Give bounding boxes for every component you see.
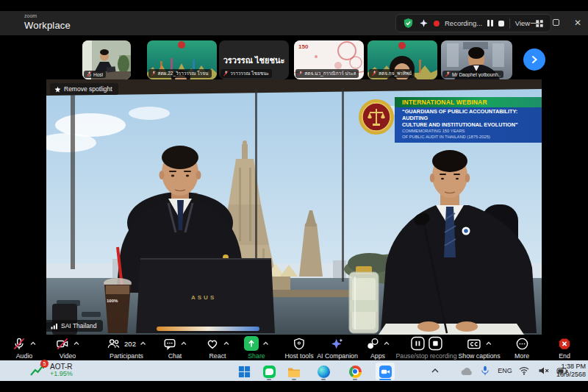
logo-zoom-text: zoom (24, 13, 71, 18)
muted-mic-icon (445, 71, 451, 77)
cup-label-text: 100% (107, 299, 118, 303)
onedrive-tray-button[interactable] (460, 360, 473, 381)
participants-button[interactable]: 202 Participants (107, 336, 146, 360)
react-button[interactable]: React (206, 336, 230, 360)
chevron-up-icon (431, 368, 440, 374)
chevron-up-icon[interactable] (486, 341, 492, 346)
ai-companion-button[interactable]: AI Companion (317, 336, 358, 360)
stop-recording-button[interactable] (498, 21, 504, 26)
participant-name-tag: Host (84, 71, 106, 78)
remove-spotlight-button[interactable]: Remove spotlight (50, 83, 118, 95)
chrome-icon (349, 366, 362, 378)
chat-button[interactable]: Chat (163, 336, 187, 360)
chevron-up-icon[interactable] (140, 341, 146, 346)
line-app-button[interactable] (259, 363, 279, 380)
audio-button[interactable]: Audio (12, 336, 37, 360)
volume-muted-tray-button[interactable] (539, 360, 550, 381)
stock-symbol: AOT-R (50, 363, 73, 371)
apps-icon (366, 337, 380, 351)
participant-name-tag: Mr Daophet yotbounh.. (442, 71, 503, 78)
webinar-banner: INTERNATIONAL WEBINAR “GUARDIANS OF PUBL… (358, 97, 542, 140)
participant-name-tag: วราวรรณ ไชยชนะ (220, 69, 272, 78)
recording-label: Recording... (445, 19, 482, 27)
share-button[interactable]: Share (244, 336, 269, 360)
ai-companion-icon (331, 337, 345, 351)
chevron-right-icon (529, 54, 539, 65)
start-button[interactable] (234, 363, 254, 380)
zoom-workplace-logo: zoom Workplace (24, 13, 71, 31)
chat-icon (163, 337, 177, 351)
video-button[interactable]: Video (56, 336, 80, 360)
pause-recording-icon[interactable] (410, 336, 425, 351)
speaker-muted-icon (539, 366, 550, 375)
chrome-browser-button[interactable] (345, 363, 365, 380)
view-button[interactable]: View (515, 19, 530, 27)
show-captions-button[interactable]: Show captions (458, 336, 500, 360)
pause-recording-button[interactable] (487, 20, 493, 26)
stop-recording-icon[interactable] (428, 336, 442, 351)
divider (509, 18, 510, 29)
chevron-up-icon[interactable] (181, 341, 187, 346)
pause-stop-recording-control[interactable]: Pause/stop recording (395, 336, 456, 360)
banner-sub-line1: COMMEMORATING 150 YEARS (402, 129, 539, 134)
apps-button[interactable]: Apps (366, 336, 390, 360)
chevron-up-icon[interactable] (262, 341, 269, 346)
participant-thumbnail-host[interactable]: Host (82, 40, 131, 79)
windows-logo-icon (238, 366, 251, 378)
file-explorer-button[interactable] (284, 363, 304, 380)
participant-thumbnail[interactable]: สตผ.22_วิราวรรณ โรจนา.. (147, 40, 217, 79)
zoom-app-icon (379, 366, 392, 378)
mic-tray-button[interactable] (481, 360, 490, 381)
chevron-up-icon[interactable] (384, 341, 390, 346)
participant-name-tag: สตผ.22_วิราวรรณ โรจนา.. (148, 69, 212, 78)
taskbar-stock-widget[interactable]: 5 AOT-R +1.95% (29, 362, 73, 378)
participants-icon (107, 337, 121, 351)
cloud-icon (460, 366, 473, 376)
next-participants-button[interactable] (523, 49, 545, 71)
banner-title: INTERNATIONAL WEBINAR (395, 97, 542, 107)
recording-dot-icon (434, 21, 440, 26)
tray-expand-button[interactable] (431, 360, 440, 381)
close-button[interactable]: ✕ (574, 18, 581, 28)
zoom-app-button[interactable] (376, 363, 395, 380)
muted-mic-icon (298, 71, 303, 76)
end-icon (558, 337, 572, 351)
stock-change: +1.95% (50, 371, 73, 378)
background-150-logo-text: 150 (298, 43, 308, 50)
participant-thumbnail[interactable]: วรวรรณ ไชยชนะ วราวรรณ ไชยชนะ (219, 40, 289, 79)
host-tools-button[interactable]: Host tools (284, 336, 313, 360)
spotlight-icon (54, 86, 61, 93)
more-button[interactable]: More (514, 336, 529, 360)
windows-taskbar: 5 AOT-R +1.95% (0, 360, 588, 381)
more-icon (514, 337, 528, 351)
spotlight-video: Remove spotlight INTERNATIONAL WEBINAR “… (46, 79, 542, 335)
clock-date: 16/9/2568 (556, 371, 586, 379)
minimize-button[interactable]: — (531, 18, 539, 28)
ai-companion-mini-icon (419, 18, 429, 28)
participant-thumbnail[interactable]: Mr Daophet yotbounh.. (441, 40, 512, 79)
security-shield-icon (403, 18, 414, 29)
notification-badge: 5 (40, 360, 49, 368)
participant-name-tag: สตจ.นว_กรรณิการ์ ประสา... (295, 69, 359, 78)
participant-thumbnail[interactable]: 150 สตจ.นว_กรรณิการ์ ประสา... (294, 40, 364, 79)
restore-button[interactable] (553, 18, 559, 28)
chevron-up-icon[interactable] (223, 341, 230, 346)
muted-mic-icon (151, 71, 156, 76)
wifi-icon (519, 366, 530, 375)
participants-count: 202 (124, 340, 136, 348)
language-indicator[interactable]: ENG (498, 360, 512, 381)
muted-mic-icon (87, 71, 92, 77)
state-audit-office-seal-icon (358, 99, 395, 135)
participant-thumbnail[interactable]: สตจ.กจ_พรทิพย์ (368, 40, 437, 79)
taskbar-clock[interactable]: 1:38 PM 16/9/2568 (556, 363, 586, 379)
edge-browser-button[interactable] (314, 363, 333, 380)
banner-sub-line2: OF PUBLIC AUDIT IN THAILAND (1875-2025) (402, 135, 539, 140)
chevron-up-icon[interactable] (30, 341, 37, 346)
banner-quote-line1: “GUARDIANS OF PUBLIC ACCOUNTABILITY: AUD… (402, 109, 539, 122)
end-meeting-button[interactable]: End (558, 336, 572, 360)
wifi-tray-button[interactable] (519, 360, 530, 381)
meeting-status-pill: Recording... View (395, 14, 551, 32)
chevron-up-icon[interactable] (74, 341, 80, 346)
meeting-toolbar: Audio Video 202 (0, 335, 588, 360)
line-icon (263, 366, 276, 378)
